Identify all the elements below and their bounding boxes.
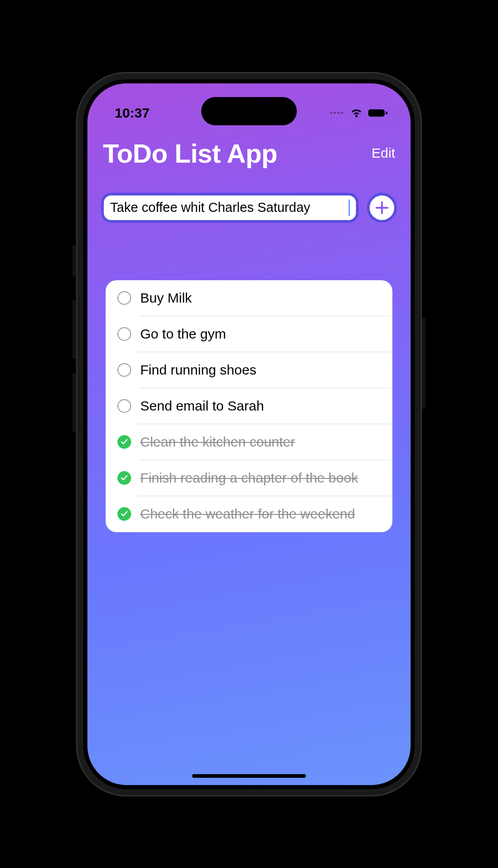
power-button (422, 318, 426, 409)
input-row (101, 193, 397, 223)
volume-down-button (72, 373, 76, 432)
unchecked-circle-icon[interactable] (117, 363, 131, 377)
dynamic-island (201, 97, 297, 125)
todo-list: Buy Milk Go to the gym Find running shoe… (106, 280, 392, 532)
todo-text: Find running shoes (140, 362, 256, 378)
todo-text: Send email to Sarah (140, 398, 264, 414)
unchecked-circle-icon[interactable] (117, 327, 131, 341)
list-item[interactable]: Send email to Sarah (106, 388, 392, 424)
text-caret (349, 200, 350, 216)
add-todo-button[interactable] (367, 193, 397, 223)
todo-text: Check the weather for the weekend (140, 506, 355, 522)
checked-circle-icon[interactable] (117, 507, 131, 521)
plus-icon (374, 200, 390, 216)
home-indicator[interactable] (192, 774, 306, 778)
todo-text: Buy Milk (140, 290, 192, 306)
status-icons (330, 108, 388, 118)
list-item[interactable]: Go to the gym (106, 316, 392, 352)
list-item[interactable]: Buy Milk (106, 280, 392, 316)
status-time: 10:37 (115, 105, 150, 121)
page-title: ToDo List App (103, 138, 277, 169)
list-item[interactable]: Clean the kitchen counter (106, 424, 392, 460)
volume-up-button (72, 300, 76, 359)
todo-text: Finish reading a chapter of the book (140, 470, 358, 486)
wifi-icon (350, 108, 363, 118)
header: ToDo List App Edit (87, 138, 411, 169)
todo-text: Go to the gym (140, 326, 226, 342)
checked-circle-icon[interactable] (117, 435, 131, 449)
list-item[interactable]: Finish reading a chapter of the book (106, 460, 392, 496)
new-todo-input[interactable] (110, 200, 349, 215)
list-item[interactable]: Find running shoes (106, 352, 392, 388)
edit-button[interactable]: Edit (371, 145, 395, 161)
checked-circle-icon[interactable] (117, 471, 131, 485)
unchecked-circle-icon[interactable] (117, 399, 131, 413)
status-cell-dots-icon (330, 112, 343, 114)
phone-frame: 10:37 (76, 72, 422, 796)
new-todo-field-wrap[interactable] (101, 193, 359, 223)
side-switch (72, 245, 76, 277)
phone-bezel: 10:37 (83, 79, 415, 789)
todo-text: Clean the kitchen counter (140, 434, 295, 450)
battery-icon (368, 108, 388, 118)
svg-rect-1 (386, 112, 387, 114)
unchecked-circle-icon[interactable] (117, 291, 131, 305)
list-item[interactable]: Check the weather for the weekend (106, 496, 392, 532)
screen: 10:37 (87, 83, 411, 785)
svg-rect-0 (368, 109, 385, 117)
